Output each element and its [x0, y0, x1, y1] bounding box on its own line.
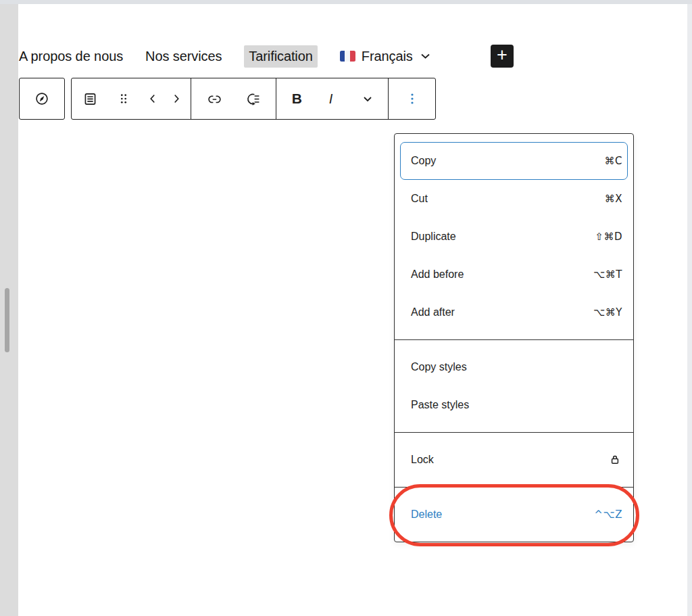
drag-handle[interactable]: [109, 82, 139, 115]
menu-item-copy-styles[interactable]: Copy styles: [395, 348, 633, 386]
more-formatting-button[interactable]: [353, 82, 382, 115]
move-left-button[interactable]: [143, 82, 163, 115]
move-right-icon: [169, 91, 184, 106]
language-label: Français: [362, 49, 413, 64]
options-button[interactable]: [397, 82, 427, 115]
document-menu-icon: [82, 91, 99, 108]
menu-item-shortcut: ⌥⌘T: [593, 268, 622, 281]
right-gutter: [687, 4, 692, 616]
menu-item-label: Copy styles: [411, 361, 467, 373]
bold-label: B: [292, 91, 302, 107]
menu-group-lock: Lock: [395, 432, 633, 487]
menu-item-label: Cut: [411, 193, 428, 205]
italic-button[interactable]: I: [318, 82, 347, 115]
italic-label: I: [329, 91, 336, 107]
toolbar-group-options: [388, 78, 435, 119]
menu-item-delete[interactable]: Delete ^⌥Z: [395, 496, 633, 534]
add-block-button[interactable]: +: [491, 45, 514, 68]
block-options-menu: Copy ⌘C Cut ⌘X Duplicate ⇧⌘D Add before …: [394, 133, 634, 542]
menu-group-delete: Delete ^⌥Z: [395, 487, 633, 542]
window-top-edge: [0, 0, 692, 4]
menu-item-lock[interactable]: Lock: [395, 441, 633, 479]
menu-item-label: Add before: [411, 268, 464, 281]
parent-block-toolbar: [19, 78, 65, 120]
menu-item-add-after[interactable]: Add after ⌥⌘Y: [395, 293, 633, 331]
add-submenu-button[interactable]: [238, 82, 268, 115]
france-flag-icon: [340, 51, 355, 62]
nav-item-tarification-selected[interactable]: Tarification: [244, 45, 317, 68]
vertical-scrollbar-thumb[interactable]: [5, 288, 9, 352]
menu-group-clipboard: Copy ⌘C Cut ⌘X Duplicate ⇧⌘D Add before …: [395, 134, 633, 339]
lock-icon: [608, 452, 622, 467]
menu-item-label: Lock: [411, 454, 434, 466]
menu-item-add-before[interactable]: Add before ⌥⌘T: [395, 256, 633, 293]
move-right-button[interactable]: [166, 82, 187, 115]
navigation-block-button[interactable]: [27, 82, 57, 115]
menu-item-label: Duplicate: [411, 231, 456, 243]
menu-item-shortcut: ^⌥Z: [594, 508, 622, 521]
link-button[interactable]: [199, 82, 229, 115]
more-formatting-chevron-icon: [360, 91, 376, 107]
bold-button[interactable]: B: [282, 82, 312, 115]
toolbar-group-block: [72, 78, 191, 119]
menu-item-paste-styles[interactable]: Paste styles: [395, 386, 633, 424]
toolbar-group-link: [191, 78, 276, 119]
drag-handle-icon: [116, 91, 132, 107]
menu-item-copy[interactable]: Copy ⌘C: [395, 142, 633, 180]
menu-item-shortcut: ⌥⌘Y: [593, 306, 622, 318]
move-left-icon: [145, 91, 160, 106]
left-gutter: [0, 4, 18, 616]
navigation-block-icon: [33, 90, 51, 108]
chevron-down-icon: [420, 53, 430, 60]
menu-item-label: Copy: [411, 155, 436, 167]
menu-item-shortcut: ⌘X: [605, 193, 622, 205]
block-toolbar: B I: [71, 78, 436, 120]
menu-item-shortcut: ⇧⌘D: [595, 231, 622, 243]
menu-item-shortcut: ⌘C: [605, 155, 622, 167]
nav-item-nos-services[interactable]: Nos services: [145, 49, 222, 64]
options-ellipsis-icon: [404, 91, 420, 107]
select-menu-button[interactable]: [76, 82, 105, 115]
link-icon: [206, 91, 223, 108]
menu-item-duplicate[interactable]: Duplicate ⇧⌘D: [395, 218, 633, 256]
editor-canvas: A propos de nous Nos services Tarificati…: [0, 0, 692, 616]
menu-item-label: Delete: [411, 508, 442, 521]
navigation-menu: A propos de nous Nos services Tarificati…: [19, 43, 430, 69]
nav-item-a-propos[interactable]: A propos de nous: [19, 49, 123, 64]
toolbar-group-formatting: B I: [276, 78, 388, 119]
menu-group-styles: Copy styles Paste styles: [395, 339, 633, 432]
language-switcher[interactable]: Français: [340, 49, 430, 64]
menu-item-label: Paste styles: [411, 399, 469, 411]
add-submenu-icon: [244, 91, 261, 108]
menu-item-cut[interactable]: Cut ⌘X: [395, 180, 633, 218]
menu-item-label: Add after: [411, 306, 455, 318]
